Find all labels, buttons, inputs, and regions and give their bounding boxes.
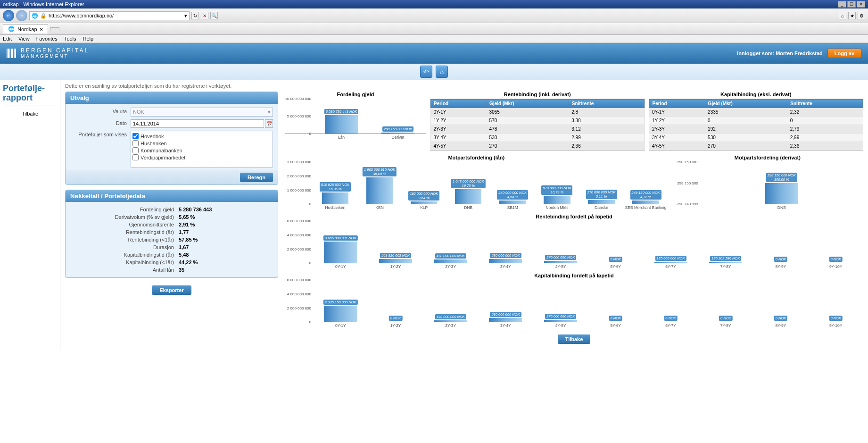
bar-label: 5 280 736 443 NOK: [324, 109, 358, 114]
chart-fordeling_gjeld: 05 000 000 00010 000 000 000 5 280 736 4…: [285, 99, 426, 134]
portfolio-option[interactable]: Husbanken: [132, 140, 271, 147]
bar-label: 810 925 533 NOK15,36 %: [320, 182, 351, 192]
brand-line2: MANAGEMENT: [21, 54, 89, 59]
home-icon[interactable]: ⌂: [839, 12, 846, 19]
chart-motparts_lan: 01 000 000 0002 000 000 0003 000 000 000…: [285, 162, 668, 204]
bar-group: 298 150 000 NOK100,00 %: [700, 162, 863, 204]
chart-kapitalbinding_lopetid: 02 000 000 0004 000 000 0006 000 000 000…: [285, 280, 863, 322]
bar-label: 478 000 000 NOK: [435, 253, 466, 259]
menu-help[interactable]: Help: [83, 36, 94, 42]
bar: 120 302 286 NOK: [709, 262, 742, 263]
bar-group: 0 NOK: [588, 280, 644, 322]
y-tick: 298 150 001: [677, 160, 698, 164]
kv-value: 2,91 %: [179, 222, 195, 227]
table-kapitalbinding[interactable]: PeriodGjeld (Mkr)Snittrente0Y-1Y23352,32…: [649, 99, 864, 151]
bar-label: 0 NOK: [719, 316, 733, 321]
search-icon[interactable]: 🔍: [210, 12, 218, 19]
maximize-button[interactable]: ☐: [847, 1, 856, 8]
bar-group: 1 043 000 000 NOK19,75 %: [446, 162, 490, 204]
bar-label: 530 000 000 NOK: [490, 253, 521, 258]
table-row: 3Y-4Y5302,99: [649, 134, 863, 142]
y-tick: 2 000 000 000: [287, 247, 311, 251]
kv-value: 44,22 %: [179, 259, 198, 265]
portfolio-checkbox[interactable]: [132, 154, 139, 160]
portfolio-option[interactable]: Verdipapirmarkedet: [132, 154, 271, 161]
valuta-select[interactable]: NOK ▾: [131, 108, 273, 117]
portfolio-option[interactable]: Hovedbok: [132, 133, 271, 140]
chart-title: Motpartsfordeling (lån): [285, 155, 668, 160]
bar-label: 0 NOK: [829, 257, 843, 262]
tabs-bar: 🌐 Nordkap ×: [0, 23, 868, 35]
kv-value: 5,65 %: [179, 214, 195, 220]
x-axis: 0Y-1Y1Y-2Y2Y-3Y3Y-4Y4Y-5Y5Y-6Y6Y-7Y7Y-8Y…: [285, 263, 863, 269]
sidebar-item-tilbake[interactable]: Tilbake: [3, 109, 57, 118]
x-tick: KLP: [402, 204, 446, 210]
kv-row: Rentebinding (<1år)57,85 %: [70, 236, 273, 243]
new-tab-button[interactable]: [50, 27, 59, 31]
bar-group: 2 335 150 000 NOK: [313, 280, 368, 322]
bar-group: 270 000 000 NOK: [533, 280, 588, 322]
kv-value: 1,77: [179, 229, 189, 235]
url-field[interactable]: 🌐 🔒 https://www.bcmnordkap.no/ ▾: [29, 11, 190, 20]
table-header: Snittrente: [787, 100, 863, 108]
dato-input[interactable]: [131, 119, 264, 128]
forward-button[interactable]: →: [16, 10, 27, 21]
brand-logo-icon: [7, 49, 16, 58]
dropdown-icon[interactable]: ▾: [184, 13, 187, 19]
kv-row: Derivatvolum (% av gjeld)5,65 %: [70, 213, 273, 221]
home-nav-icon[interactable]: ⌂: [436, 66, 448, 78]
y-tick: 6 000 000 000: [287, 219, 311, 223]
refresh-button[interactable]: ↻: [191, 12, 199, 19]
bar: 240 000 000 NOK4,54 %: [499, 201, 526, 204]
close-tab-button[interactable]: ×: [40, 26, 43, 32]
bar-label: 120 302 286 NOK: [710, 256, 741, 261]
back-button[interactable]: ←: [3, 10, 14, 21]
sidebar: Portefølje-rapport Tilbake: [0, 80, 60, 350]
portfolio-checkbox[interactable]: [132, 133, 139, 139]
portfolio-checkbox[interactable]: [132, 147, 139, 153]
favorites-icon[interactable]: ★: [848, 12, 856, 19]
calendar-icon[interactable]: 📅: [265, 119, 273, 128]
close-window-button[interactable]: ✕: [857, 1, 865, 8]
portfolio-checkbox[interactable]: [132, 140, 139, 146]
x-tick: Husbanken: [313, 204, 357, 210]
bar-label: 125 000 000 NOK: [655, 256, 686, 261]
x-tick: 7Y-8Y: [698, 263, 753, 269]
beregn-button[interactable]: Beregn: [240, 173, 273, 182]
y-tick: 2 000 000 000: [287, 174, 311, 178]
y-tick: 10 000 000 000: [285, 97, 311, 101]
x-tick: 4Y-5Y: [533, 322, 588, 328]
eksporter-button[interactable]: Eksporter: [152, 285, 191, 295]
kv-value: 5,48: [179, 252, 189, 258]
x-tick: 7Y-8Y: [698, 322, 753, 328]
gear-icon[interactable]: ⚙: [858, 12, 865, 19]
minimize-button[interactable]: _: [838, 1, 846, 8]
bar-group: 530 000 000 NOK: [478, 221, 533, 263]
bar: 298 150 000 NOK: [381, 133, 414, 134]
portfolio-option[interactable]: Kommunalbanken: [132, 147, 271, 154]
kv-row: Rentebindingstid (år)1,77: [70, 228, 273, 236]
menu-tools[interactable]: Tools: [64, 36, 76, 42]
address-bar: ← → 🌐 🔒 https://www.bcmnordkap.no/ ▾ ↻ ✕…: [0, 8, 868, 23]
x-tick: 9Y-10Y: [808, 263, 863, 269]
bar-group: 5 280 736 443 NOK: [313, 99, 370, 134]
x-axis: 0Y-1Y1Y-2Y2Y-3Y3Y-4Y4Y-5Y5Y-6Y6Y-7Y7Y-8Y…: [285, 322, 863, 328]
table-rentebinding[interactable]: PeriodGjeld (Mkr)Snittrente0Y-1Y30552,81…: [430, 99, 645, 151]
bar-group: 1 905 660 910 NOK36,09 %: [357, 162, 402, 204]
y-tick: 298 150 000: [677, 181, 698, 185]
bar: 270 000 000 NOK: [544, 320, 577, 322]
menu-favorites[interactable]: Favorites: [36, 36, 58, 42]
tilbake-button[interactable]: Tilbake: [558, 334, 591, 344]
stop-button[interactable]: ✕: [201, 12, 208, 19]
menu-view[interactable]: View: [18, 36, 30, 42]
panel-nokkeltall: Nøkkeltall / Porteføljedata Fordeling gj…: [65, 190, 278, 278]
bar-group: 0 NOK: [753, 280, 809, 322]
back-nav-icon[interactable]: ↶: [420, 66, 432, 78]
menu-edit[interactable]: Edit: [3, 36, 12, 42]
bar-group: 570 000 000 NOK10,79 %: [535, 162, 579, 204]
bar-label: 192 000 000 NOK: [435, 314, 466, 319]
browser-tab[interactable]: 🌐 Nordkap ×: [3, 24, 48, 33]
logout-button[interactable]: Logg av: [827, 49, 861, 58]
portefoljer-listbox[interactable]: HovedbokHusbankenKommunalbankenVerdipapi…: [131, 131, 273, 167]
table-header: Period: [649, 100, 705, 108]
